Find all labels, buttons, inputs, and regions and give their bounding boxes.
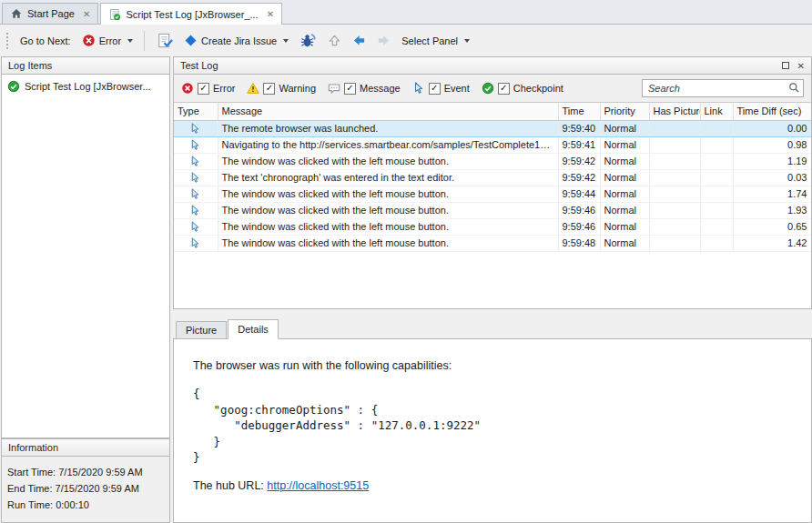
tree-item-label: Script Test Log [JxBrowser... [25, 81, 151, 92]
column-header-link[interactable]: Link [700, 103, 733, 120]
go-to-next-error-button[interactable]: Error [77, 31, 137, 50]
event-icon [412, 82, 425, 95]
log-has-picture-cell [649, 202, 700, 218]
event-checkbox[interactable]: ✓ [429, 83, 441, 95]
chevron-down-icon [127, 39, 133, 43]
log-time-cell: 9:59:40 [558, 120, 600, 136]
table-row[interactable]: The text 'chronograph' was entered in th… [174, 169, 811, 186]
go-to-next-label: Go to Next: [20, 35, 71, 46]
table-row[interactable]: The window was clicked with the left mou… [174, 202, 811, 218]
column-header-message[interactable]: Message [218, 103, 558, 120]
log-message-cell: The window was clicked with the left mou… [218, 186, 558, 202]
log-message-cell: The window was clicked with the left mou… [218, 202, 558, 218]
error-icon [82, 34, 96, 47]
log-items-header: Log Items [1, 56, 170, 75]
log-has-picture-cell [649, 235, 700, 251]
horizontal-splitter[interactable] [173, 309, 812, 318]
previous-result-button[interactable] [348, 31, 370, 50]
table-row[interactable]: The window was clicked with the left mou… [174, 186, 811, 202]
event-icon [189, 156, 201, 167]
tab-details[interactable]: Details [228, 319, 279, 339]
log-time-diff-cell: 0.00 [733, 120, 811, 136]
filter-label: Warning [279, 83, 316, 94]
event-icon [189, 237, 201, 249]
information-panel: Start Time: 7/15/2020 9:59 AM End Time: … [1, 457, 170, 523]
details-intro: The browser was run with the following c… [193, 359, 793, 372]
checkpoint-checkbox[interactable]: ✓ [498, 83, 510, 95]
start-time-line: Start Time: 7/15/2020 9:59 AM [7, 464, 164, 480]
log-time-cell: 9:59:48 [558, 235, 600, 251]
hub-url-link[interactable]: http://localhost:9515 [267, 479, 369, 492]
warning-checkbox[interactable]: ✓ [263, 83, 275, 95]
search-input[interactable] [642, 79, 804, 97]
log-has-picture-cell [649, 169, 700, 186]
select-panel-button[interactable]: Select Panel [397, 33, 474, 49]
log-table: Type Message Time Priority Has Picture L… [174, 103, 811, 252]
column-header-type[interactable]: Type [174, 103, 218, 120]
message-checkbox[interactable]: ✓ [344, 83, 356, 95]
tree-item-script-test-log[interactable]: Script Test Log [JxBrowser... [5, 78, 167, 95]
information-title: Information [8, 442, 58, 453]
table-row[interactable]: The remote browser was launched. 9:59:40… [174, 120, 811, 136]
log-priority-cell: Normal [600, 186, 649, 202]
create-jira-issue-button[interactable]: Create Jira Issue [179, 31, 293, 50]
message-icon [328, 82, 340, 95]
event-icon [189, 139, 201, 151]
column-header-time-diff[interactable]: Time Diff (sec) [733, 103, 811, 120]
tab-script-test-log[interactable]: Script Test Log [JxBrowser_... ✕ [100, 3, 282, 25]
log-link-cell [700, 153, 733, 169]
tab-start-page[interactable]: Start Page ✕ [2, 3, 98, 24]
table-row[interactable]: Navigating to the http://services.smartb… [174, 136, 811, 153]
bug-arrow-icon [299, 32, 317, 49]
toolbar-grip[interactable] [5, 32, 10, 50]
right-arrow-icon [377, 34, 391, 47]
close-tab-icon[interactable]: ✕ [267, 9, 274, 19]
log-priority-cell: Normal [600, 218, 649, 235]
testcomplete-window: Start Page ✕ Script Test Log [JxBrowser_… [0, 0, 812, 523]
end-time-line: End Time: 7/15/2020 9:59 AM [7, 480, 164, 497]
column-header-priority[interactable]: Priority [600, 103, 649, 120]
next-result-button[interactable] [372, 31, 395, 50]
post-defect-button[interactable] [151, 29, 178, 52]
column-header-time[interactable]: Time [558, 103, 600, 120]
error-checkbox[interactable]: ✓ [198, 83, 209, 95]
close-panel-button[interactable]: ✕ [797, 61, 805, 71]
log-priority-cell: Normal [600, 202, 649, 218]
tab-picture[interactable]: Picture [176, 321, 227, 339]
main-toolbar: Go to Next: Error Create Jira Issue [0, 25, 812, 56]
log-time-cell: 9:59:46 [558, 218, 600, 235]
chevron-down-icon [283, 39, 289, 43]
filter-warning: ✓ Warning [247, 82, 316, 95]
toolbar-separator [144, 31, 145, 51]
table-row[interactable]: The window was clicked with the left mou… [174, 235, 811, 251]
log-link-cell [700, 120, 733, 136]
maximize-panel-button[interactable] [782, 62, 789, 69]
log-message-cell: The text 'chronograph' was entered in th… [218, 169, 558, 186]
close-tab-icon[interactable]: ✕ [83, 9, 90, 19]
table-header-row: Type Message Time Priority Has Picture L… [174, 103, 811, 120]
log-items-title: Log Items [8, 60, 52, 71]
log-grid: Type Message Time Priority Has Picture L… [174, 102, 811, 308]
log-link-cell [700, 186, 733, 202]
log-priority-cell: Normal [600, 120, 649, 136]
log-time-diff-cell: 0.65 [733, 218, 811, 235]
log-link-cell [700, 136, 733, 153]
log-filter-toolbar: ✓ Error ✓ Warning ✓ [174, 75, 811, 102]
log-message-cell: The remote browser was launched. [218, 120, 558, 136]
log-items-panel: Log Items Script Test Log [JxBrowser... … [1, 56, 170, 523]
left-arrow-icon [352, 34, 366, 47]
log-has-picture-cell [649, 186, 700, 202]
post-issue-button[interactable] [295, 29, 321, 52]
log-message-cell: The window was clicked with the left mou… [218, 218, 558, 235]
move-up-button[interactable] [323, 31, 346, 50]
column-header-has-picture[interactable]: Has Picture [649, 103, 700, 120]
log-time-diff-cell: 1.19 [733, 153, 811, 169]
log-time-cell: 9:59:42 [558, 169, 600, 186]
log-message-cell: The window was clicked with the left mou… [218, 235, 558, 251]
table-row[interactable]: The window was clicked with the left mou… [174, 153, 811, 169]
table-row[interactable]: The window was clicked with the left mou… [174, 218, 811, 235]
checkpoint-icon [482, 82, 494, 95]
log-time-diff-cell: 1.42 [733, 235, 811, 251]
filter-message: ✓ Message [328, 82, 401, 95]
log-time-cell: 9:59:42 [558, 153, 600, 169]
